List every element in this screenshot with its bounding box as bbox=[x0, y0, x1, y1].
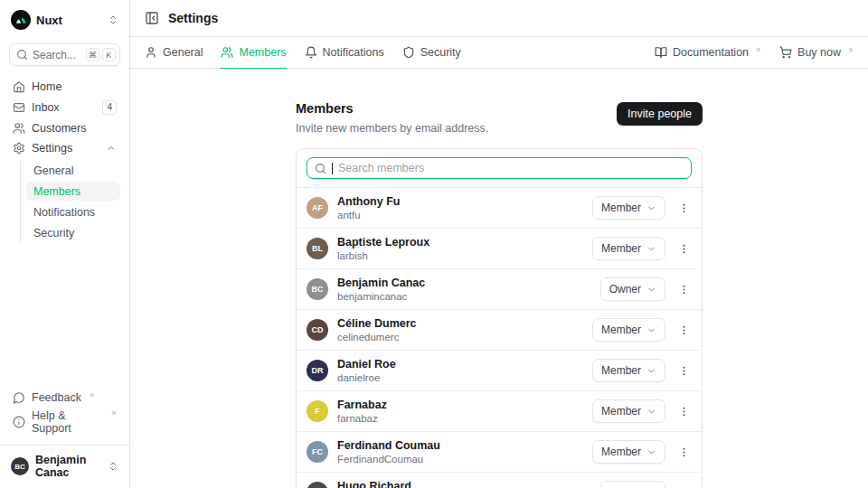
tab-security[interactable]: Security bbox=[402, 37, 461, 69]
chevron-up-icon bbox=[106, 143, 117, 154]
shield-icon bbox=[402, 46, 415, 59]
sidebar-item-help-support[interactable]: Help & Support bbox=[9, 407, 120, 437]
row-menu-button[interactable] bbox=[676, 282, 692, 297]
member-row-farnabaz: F Farnabazfarnabaz Member bbox=[297, 390, 702, 431]
sidebar: Nuxt Search... ⌘ K Home bbox=[0, 0, 130, 488]
member-row-daniel-roe: DR Daniel Roedanielroe Member bbox=[297, 350, 702, 390]
tab-general[interactable]: General bbox=[145, 37, 203, 69]
member-username: farnabaz bbox=[337, 413, 583, 424]
external-link-icon bbox=[847, 47, 854, 53]
chevron-down-icon bbox=[646, 366, 656, 376]
avatar: CD bbox=[307, 319, 328, 341]
sidebar-item-label: Customers bbox=[32, 122, 117, 135]
tab-notifications[interactable]: Notifications bbox=[305, 37, 384, 69]
avatar: BC bbox=[11, 457, 29, 475]
role-select[interactable]: Owner bbox=[600, 277, 665, 301]
kbd-cmd: ⌘ bbox=[86, 48, 99, 61]
home-icon bbox=[13, 80, 25, 93]
row-menu-button[interactable] bbox=[676, 323, 692, 338]
buy-now-link[interactable]: Buy now bbox=[779, 46, 854, 59]
invite-people-button[interactable]: Invite people bbox=[617, 102, 703, 126]
role-label: Member bbox=[601, 364, 641, 377]
member-name: Céline Dumerc bbox=[337, 317, 583, 330]
nuxt-logo-icon bbox=[11, 10, 31, 30]
member-name: Hugo Richard bbox=[337, 480, 591, 488]
app-window: Nuxt Search... ⌘ K Home bbox=[0, 0, 868, 488]
chevron-down-icon bbox=[646, 285, 656, 295]
sidebar-item-general[interactable]: General bbox=[26, 161, 120, 180]
global-search-button[interactable]: Search... ⌘ K bbox=[9, 43, 120, 66]
role-label: Member bbox=[601, 242, 641, 255]
sidebar-item-settings[interactable]: Settings bbox=[9, 139, 120, 157]
row-menu-button[interactable] bbox=[676, 485, 692, 488]
member-username: danielroe bbox=[337, 372, 583, 383]
member-row-ferdinand-coumau: FC Ferdinand CoumauFerdinandCoumau Membe… bbox=[297, 431, 702, 472]
avatar: BC bbox=[307, 278, 328, 300]
role-select[interactable]: Member bbox=[592, 318, 665, 342]
role-select[interactable]: Member bbox=[592, 399, 665, 423]
panel-left-close-icon[interactable] bbox=[145, 11, 159, 25]
role-label: Member bbox=[601, 324, 641, 336]
sidebar-item-security[interactable]: Security bbox=[26, 223, 120, 242]
role-select[interactable]: Member bbox=[592, 440, 665, 464]
bell-icon bbox=[305, 46, 317, 59]
member-username: celinedumerc bbox=[337, 332, 583, 343]
sidebar-item-inbox[interactable]: Inbox 4 bbox=[9, 98, 120, 117]
tab-label: Security bbox=[420, 46, 461, 59]
user-menu[interactable]: BC Benjamin Canac bbox=[9, 446, 120, 479]
role-label: Member bbox=[601, 202, 641, 214]
sidebar-item-label: Home bbox=[32, 80, 117, 93]
sidebar-item-label: Help & Support bbox=[32, 409, 103, 435]
external-link-icon bbox=[110, 410, 117, 417]
link-label: Documentation bbox=[673, 46, 749, 59]
kbd-k: K bbox=[102, 48, 116, 61]
documentation-link[interactable]: Documentation bbox=[655, 46, 761, 59]
member-username: larbish bbox=[337, 250, 583, 261]
row-menu-button[interactable] bbox=[676, 404, 692, 419]
row-menu-button[interactable] bbox=[676, 445, 692, 460]
row-menu-button[interactable] bbox=[676, 201, 692, 216]
sidebar-item-customers[interactable]: Customers bbox=[9, 119, 120, 137]
tab-label: Members bbox=[239, 46, 286, 59]
sidebar-item-label: Feedback bbox=[32, 391, 81, 404]
tab-members[interactable]: Members bbox=[221, 37, 286, 69]
sidebar-item-label: Inbox bbox=[32, 101, 96, 114]
workspace-switcher[interactable]: Nuxt bbox=[9, 8, 120, 30]
member-name: Baptiste Leproux bbox=[337, 236, 583, 249]
members-search-field[interactable] bbox=[307, 157, 692, 179]
sidebar-item-notifications[interactable]: Notifications bbox=[26, 202, 120, 221]
chevrons-up-down-icon bbox=[108, 14, 118, 25]
sidebar-item-home[interactable]: Home bbox=[9, 78, 120, 96]
role-select[interactable]: Member bbox=[592, 237, 665, 260]
sidebar-spacer bbox=[9, 242, 120, 389]
members-search-input[interactable] bbox=[338, 161, 684, 175]
sidebar-item-members[interactable]: Members bbox=[26, 182, 120, 201]
gear-icon bbox=[13, 142, 25, 155]
avatar: BL bbox=[307, 238, 328, 259]
chevron-down-icon bbox=[646, 244, 656, 254]
row-menu-button[interactable] bbox=[676, 241, 692, 257]
members-search-row bbox=[297, 149, 702, 188]
inbox-count-badge: 4 bbox=[102, 100, 117, 115]
sidebar-item-feedback[interactable]: Feedback bbox=[9, 389, 120, 407]
inbox-icon bbox=[13, 101, 25, 114]
header-links: Documentation Buy now bbox=[655, 37, 854, 68]
members-page: Members Invite new members by email addr… bbox=[130, 69, 868, 488]
member-row-celine-dumerc: CD Céline Dumerccelinedumerc Member bbox=[297, 309, 702, 350]
role-select[interactable]: Owner bbox=[600, 481, 665, 488]
avatar: DR bbox=[307, 360, 328, 381]
page-title: Settings bbox=[168, 11, 218, 25]
role-label: Owner bbox=[609, 283, 641, 296]
search-icon bbox=[16, 49, 28, 61]
role-select[interactable]: Member bbox=[592, 196, 665, 220]
chevron-down-icon bbox=[646, 447, 656, 457]
row-menu-button[interactable] bbox=[676, 363, 692, 379]
page-header: Settings bbox=[130, 0, 868, 37]
external-link-icon bbox=[755, 47, 761, 53]
member-name: Daniel Roe bbox=[337, 358, 583, 371]
role-select[interactable]: Member bbox=[592, 359, 665, 382]
avatar: AF bbox=[307, 197, 328, 219]
text-caret bbox=[332, 163, 333, 174]
chat-bubble-icon bbox=[13, 391, 25, 404]
workspace-name: Nuxt bbox=[36, 14, 102, 27]
